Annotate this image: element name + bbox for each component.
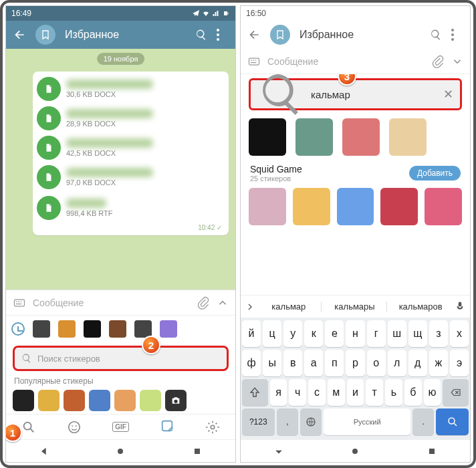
sticker-pack-thumb[interactable]: [109, 320, 126, 338]
sticker-thumb[interactable]: [38, 390, 60, 411]
key[interactable]: ы: [263, 350, 281, 376]
sticker-thumb[interactable]: [295, 118, 333, 156]
sticker-search-field[interactable]: ✕ 3: [249, 78, 462, 110]
backspace-key[interactable]: [443, 379, 469, 406]
sticker-thumb[interactable]: [89, 390, 110, 411]
key[interactable]: г: [367, 320, 386, 347]
mic-icon[interactable]: [454, 301, 466, 313]
search-icon[interactable]: [195, 29, 207, 41]
key[interactable]: м: [328, 379, 345, 406]
sticker-thumb[interactable]: [64, 390, 85, 411]
key[interactable]: в: [283, 350, 302, 376]
saved-avatar[interactable]: [35, 25, 55, 45]
search-icon[interactable]: [21, 420, 36, 435]
sticker-thumb[interactable]: [337, 188, 374, 225]
key[interactable]: з: [429, 320, 448, 347]
sticker-thumb[interactable]: [13, 390, 34, 411]
message-placeholder[interactable]: Сообщение: [33, 298, 190, 308]
emoji-icon[interactable]: [67, 420, 82, 435]
comma-key[interactable]: ,: [277, 408, 298, 435]
recent-tab-icon[interactable]: [11, 322, 25, 336]
key[interactable]: э: [450, 350, 469, 376]
message-bubble[interactable]: 30,6 KB DOCX 28,9 KB DOCX 42,5 KB DOCX 9…: [33, 72, 229, 235]
key[interactable]: ь: [385, 379, 402, 406]
nav-back-icon[interactable]: [39, 446, 49, 457]
nav-back-icon[interactable]: [273, 446, 284, 457]
settings-icon[interactable]: [205, 420, 220, 435]
keyboard-icon[interactable]: [13, 296, 26, 310]
key[interactable]: с: [308, 379, 326, 406]
suggestion[interactable]: кальмары: [323, 302, 388, 312]
attach-icon[interactable]: [197, 296, 210, 310]
saved-avatar[interactable]: [270, 25, 290, 45]
clear-icon[interactable]: ✕: [443, 87, 453, 102]
sticker-pack-thumb[interactable]: [134, 320, 152, 338]
key[interactable]: й: [242, 320, 261, 347]
key[interactable]: а: [304, 350, 323, 376]
key[interactable]: б: [404, 379, 422, 406]
sticker-thumb[interactable]: [249, 188, 286, 225]
sticker-tab-active[interactable]: [160, 419, 174, 436]
camera-icon[interactable]: [165, 390, 187, 411]
add-button[interactable]: Добавить: [409, 166, 461, 181]
chevron-right-icon[interactable]: [245, 302, 255, 312]
search-icon[interactable]: [430, 29, 442, 41]
suggestion[interactable]: кальмар: [257, 302, 322, 312]
key[interactable]: ф: [242, 350, 261, 376]
nav-recent-icon[interactable]: [427, 446, 437, 457]
search-input[interactable]: [311, 89, 438, 100]
gif-tab[interactable]: GIF: [112, 422, 129, 432]
key[interactable]: д: [408, 350, 427, 376]
key[interactable]: т: [366, 379, 383, 406]
key[interactable]: п: [325, 350, 344, 376]
back-icon[interactable]: [247, 28, 261, 41]
key[interactable]: е: [325, 320, 344, 347]
sticker-thumb[interactable]: [249, 118, 286, 156]
sticker-pack-thumb[interactable]: [84, 320, 101, 338]
sticker-thumb[interactable]: [380, 188, 418, 225]
key[interactable]: х: [450, 320, 469, 347]
keyboard-icon[interactable]: [247, 55, 261, 68]
key[interactable]: ж: [429, 350, 448, 376]
suggestion[interactable]: кальмаров: [388, 302, 453, 312]
key[interactable]: о: [367, 350, 386, 376]
key[interactable]: я: [270, 379, 287, 406]
key[interactable]: ч: [289, 379, 306, 406]
key[interactable]: к: [304, 320, 323, 347]
nav-home-icon[interactable]: [350, 446, 360, 457]
back-icon[interactable]: [13, 28, 26, 41]
sticker-pack-thumb[interactable]: [58, 320, 76, 338]
enter-key[interactable]: [436, 408, 469, 435]
key[interactable]: ш: [388, 320, 406, 347]
numkey[interactable]: ?123: [242, 408, 275, 435]
file-row[interactable]: 998,4 KB RTF: [37, 192, 223, 224]
key[interactable]: щ: [408, 320, 427, 347]
sticker-thumb[interactable]: [293, 188, 330, 225]
sticker-pack-thumb[interactable]: [160, 320, 177, 338]
globe-key[interactable]: [300, 408, 322, 435]
chat-area[interactable]: 19 ноября 30,6 KB DOCX 28,9 KB DOCX 42,5…: [6, 49, 235, 289]
shift-key[interactable]: [242, 379, 268, 406]
space-key[interactable]: Русский: [324, 408, 410, 435]
key[interactable]: л: [388, 350, 406, 376]
chevron-up-icon[interactable]: [217, 297, 229, 309]
key[interactable]: ю: [424, 379, 441, 406]
key[interactable]: ц: [263, 320, 281, 347]
key[interactable]: р: [346, 350, 364, 376]
file-row[interactable]: 28,9 KB DOCX: [37, 104, 223, 133]
sticker-thumb[interactable]: [389, 118, 427, 156]
attach-icon[interactable]: [431, 55, 445, 68]
sticker-thumb[interactable]: [342, 118, 380, 156]
key[interactable]: н: [346, 320, 364, 347]
key[interactable]: и: [347, 379, 364, 406]
file-row[interactable]: 42,5 KB DOCX: [37, 133, 223, 162]
sticker-thumb[interactable]: [140, 390, 161, 411]
sticker-thumb[interactable]: [425, 188, 462, 225]
file-row[interactable]: 97,0 KB DOCX: [37, 162, 223, 192]
key[interactable]: у: [283, 320, 302, 347]
message-placeholder[interactable]: Сообщение: [267, 56, 425, 67]
more-icon[interactable]: [451, 29, 463, 41]
period-key[interactable]: .: [412, 408, 434, 435]
chevron-down-icon[interactable]: [451, 55, 463, 68]
sticker-search-box[interactable]: Поиск стикеров 2: [13, 346, 229, 371]
